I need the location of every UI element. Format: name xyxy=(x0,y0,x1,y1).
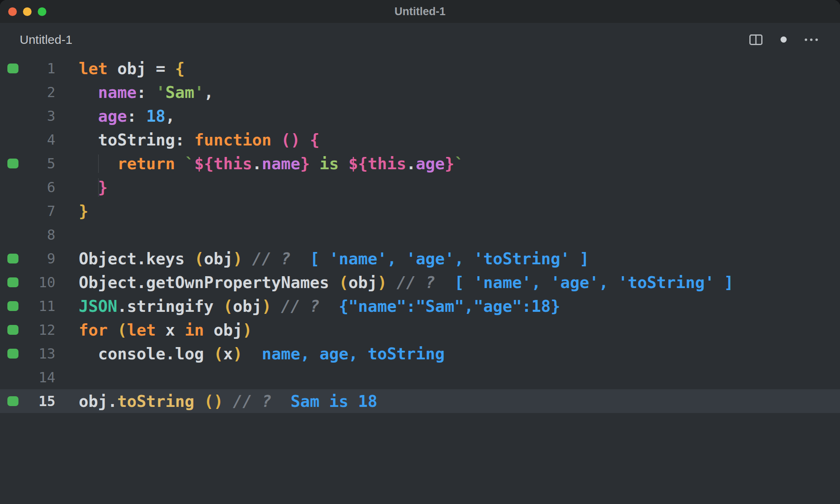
line-number: 14 xyxy=(25,369,55,386)
tab-label: Untitled-1 xyxy=(20,33,72,46)
code-token: age xyxy=(98,107,127,125)
code-token: } xyxy=(300,154,310,173)
code-token: [ 'name', 'age', 'toString' ] xyxy=(291,250,589,268)
code-line[interactable]: 4 toString: function () { xyxy=(0,128,840,152)
code-token: Sam xyxy=(165,83,194,102)
line-number: 11 xyxy=(25,298,55,314)
coverage-indicator xyxy=(0,277,25,287)
code-text: console.log (x) name, age, toString xyxy=(79,345,840,363)
code-token: { xyxy=(175,59,185,78)
code-token: . xyxy=(252,154,262,173)
code-line[interactable]: 10Object.getOwnPropertyNames (obj) // ? … xyxy=(0,270,840,294)
code-token: name xyxy=(98,83,137,102)
code-token: // ? xyxy=(281,297,320,316)
code-token: ) xyxy=(233,250,242,268)
code-text: } xyxy=(79,178,840,197)
code-text: toString: function () { xyxy=(79,131,840,149)
code-token: obj. xyxy=(79,392,117,411)
coverage-indicator xyxy=(0,325,25,335)
coverage-indicator xyxy=(0,349,25,359)
code-token: .stringify xyxy=(117,297,223,316)
code-text: obj.toString () // ? Sam is 18 xyxy=(79,392,840,411)
zoom-button[interactable] xyxy=(38,7,46,16)
line-number: 7 xyxy=(25,203,55,219)
code-token xyxy=(223,392,233,411)
traffic-lights xyxy=(8,7,46,16)
split-editor-icon[interactable] xyxy=(749,34,762,45)
code-token: age xyxy=(416,154,445,173)
code-text: let obj = { xyxy=(79,59,840,78)
code-line[interactable]: 13 console.log (x) name, age, toString xyxy=(0,342,840,366)
code-line[interactable]: 1let obj = { xyxy=(0,57,840,80)
code-line[interactable]: 15obj.toString () // ? Sam is 18 xyxy=(0,389,840,413)
code-token: obj xyxy=(233,297,262,316)
code-token: } xyxy=(98,178,107,197)
code-token: : xyxy=(127,107,146,125)
code-line[interactable]: 5 return `${this.name} is ${this.age}` xyxy=(0,152,840,175)
code-token: : xyxy=(137,83,156,102)
code-token: ( xyxy=(223,297,233,316)
code-token: let xyxy=(79,59,107,78)
code-text: for (let x in obj) xyxy=(79,321,840,339)
code-token xyxy=(272,297,281,316)
code-token: this xyxy=(214,154,252,173)
code-line[interactable]: 8 xyxy=(0,223,840,247)
code-token: ` xyxy=(454,154,464,173)
coverage-indicator xyxy=(0,64,25,73)
code-token xyxy=(194,392,204,411)
code-line[interactable]: 9Object.keys (obj) // ? [ 'name', 'age',… xyxy=(0,247,840,270)
code-token: ) xyxy=(377,273,387,292)
code-token: x xyxy=(223,345,233,363)
code-line[interactable]: 3 age: 18, xyxy=(0,104,840,128)
coverage-indicator xyxy=(0,301,25,311)
code-line[interactable]: 11JSON.stringify (obj) // ? {"name":"Sam… xyxy=(0,294,840,318)
code-token: [ 'name', 'age', 'toString' ] xyxy=(435,273,734,292)
code-token: () xyxy=(281,131,300,149)
coverage-indicator xyxy=(0,254,25,263)
code-token: function xyxy=(194,131,272,149)
window-title: Untitled-1 xyxy=(0,0,840,23)
ellipsis-dot xyxy=(815,39,818,41)
code-token: return xyxy=(117,154,175,173)
tab-untitled[interactable]: Untitled-1 xyxy=(20,33,72,47)
line-number: 10 xyxy=(25,274,55,291)
editor-window: Untitled-1 Untitled-1 1let obj = {2 name… xyxy=(0,0,840,504)
code-token: { xyxy=(310,131,320,149)
code-token: } xyxy=(79,202,88,220)
code-token xyxy=(79,154,117,173)
code-token: obj = xyxy=(107,59,175,78)
code-token: } xyxy=(445,154,454,173)
code-token xyxy=(272,131,281,149)
modified-indicator-icon xyxy=(781,36,787,43)
code-area[interactable]: 1let obj = {2 name: 'Sam',3 age: 18,4 to… xyxy=(0,56,840,504)
line-number: 6 xyxy=(25,179,55,195)
editor-actions xyxy=(749,34,818,45)
code-token xyxy=(387,273,396,292)
code-token: name xyxy=(262,154,300,173)
close-button[interactable] xyxy=(8,7,17,16)
code-token: , xyxy=(165,107,175,125)
code-token xyxy=(242,250,252,268)
code-line[interactable]: 14 xyxy=(0,366,840,389)
more-actions-icon[interactable] xyxy=(805,39,818,41)
line-number: 4 xyxy=(25,132,55,148)
ellipsis-dot xyxy=(810,39,813,41)
code-token: in xyxy=(185,321,204,339)
code-line[interactable]: 6 } xyxy=(0,175,840,199)
code-token: , xyxy=(204,83,213,102)
code-token: . xyxy=(406,154,415,173)
code-line[interactable]: 7} xyxy=(0,199,840,223)
code-token xyxy=(79,178,98,197)
code-token: Object.getOwnPropertyNames xyxy=(79,273,339,292)
code-line[interactable]: 12for (let x in obj) xyxy=(0,318,840,342)
code-token: ` xyxy=(185,154,194,173)
code-line[interactable]: 2 name: 'Sam', xyxy=(0,80,840,104)
code-token: ) xyxy=(262,297,271,316)
coverage-indicator xyxy=(0,396,25,406)
coverage-indicator xyxy=(0,159,25,168)
line-number: 2 xyxy=(25,84,55,100)
minimize-button[interactable] xyxy=(23,7,32,16)
code-token: is xyxy=(310,154,349,173)
line-number: 1 xyxy=(25,60,55,77)
code-token: 18 xyxy=(146,107,165,125)
